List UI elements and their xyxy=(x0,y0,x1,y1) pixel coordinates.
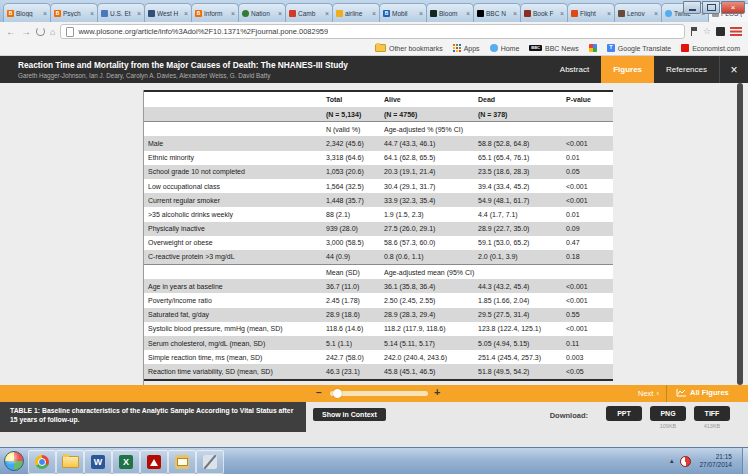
browser-tab[interactable]: U.S. Et× xyxy=(97,3,145,22)
table-cell: 1,448 (35.7) xyxy=(326,197,384,204)
table-cell: (N = 5,134) xyxy=(326,111,384,118)
browser-tab[interactable]: BPsych× xyxy=(50,3,98,22)
tab-close-icon[interactable]: × xyxy=(466,10,470,17)
download-tiff-button[interactable]: TIFF xyxy=(694,406,730,421)
twitter-favicon xyxy=(665,10,672,17)
bookmark-item[interactable]: Home xyxy=(490,44,520,52)
tab-title: Psych xyxy=(63,10,88,17)
tab-close-icon[interactable]: × xyxy=(419,10,423,17)
other-bookmarks[interactable]: Other bookmarks xyxy=(375,44,443,52)
tab-figures[interactable]: Figures xyxy=(601,56,654,83)
table-cell: 0.47 xyxy=(566,239,613,246)
zoom-in-icon[interactable]: + xyxy=(434,387,440,398)
viewer-scrollbar[interactable] xyxy=(737,83,743,385)
table-cell: 0.01 xyxy=(566,154,613,161)
tab-close-icon[interactable]: × xyxy=(231,10,235,17)
bookmark-item[interactable]: Apps xyxy=(453,44,480,52)
tab-close-icon[interactable]: × xyxy=(184,10,188,17)
home-icon[interactable]: ⌂ xyxy=(50,27,55,37)
browser-tab[interactable]: BMobil× xyxy=(379,3,427,22)
next-figure-button[interactable]: Next › xyxy=(638,389,659,398)
bbc-icon: BBC xyxy=(529,45,542,51)
tab-abstract[interactable]: Abstract xyxy=(548,56,601,83)
apps-grid-icon xyxy=(453,44,455,46)
zoom-out-icon[interactable]: − xyxy=(316,388,322,398)
browser-tab[interactable]: BInform× xyxy=(191,3,239,22)
download-png-button[interactable]: PNG xyxy=(650,406,686,421)
taskbar-excel-button[interactable]: X xyxy=(112,450,140,474)
minimize-button[interactable] xyxy=(683,1,701,14)
browser-tab[interactable]: Flight× xyxy=(567,3,615,22)
back-icon[interactable]: ← xyxy=(6,27,16,37)
bookmark-item[interactable]: TGoogle Translate xyxy=(607,44,671,52)
table-cell: Overweight or obese xyxy=(144,239,326,246)
table-cell: 118.6 (14.6) xyxy=(326,325,384,332)
extension-icon[interactable] xyxy=(716,27,725,36)
address-bar[interactable]: www.plosone.org/article/info%3Adoi%2F10.… xyxy=(60,24,684,39)
article-authors: Gareth Hagger-Johnson, Ian J. Deary, Car… xyxy=(18,72,348,79)
forward-icon[interactable]: → xyxy=(21,27,31,37)
bookmark-item[interactable] xyxy=(589,44,597,52)
bookmark-item[interactable]: BBCBBC News xyxy=(529,45,579,52)
table-cell: Age-adjusted % (95% CI) xyxy=(384,126,478,133)
browser-tab[interactable]: airline× xyxy=(332,3,380,22)
table-cell: 59.1 (53.0, 65.2) xyxy=(478,239,566,246)
browser-tab[interactable]: BBC N× xyxy=(473,3,521,22)
table-cell: 0.55 xyxy=(566,311,613,318)
tray-expand-icon[interactable]: ▴ xyxy=(670,457,674,465)
adobe-triangle xyxy=(150,459,158,466)
browser-tab[interactable]: West H× xyxy=(144,3,192,22)
tab-close-icon[interactable]: × xyxy=(372,10,376,17)
tab-title: U.S. Et xyxy=(110,10,135,17)
tab-close-icon[interactable]: × xyxy=(43,10,47,17)
tab-close-icon[interactable]: × xyxy=(560,10,564,17)
figure-caption-bar: TABLE 1: Baseline characteristics of the… xyxy=(0,402,748,447)
chrome-menu-icon[interactable] xyxy=(730,27,742,36)
table-cell: 1.85 (1.66, 2.04) xyxy=(478,297,566,304)
tab-close-icon[interactable]: × xyxy=(654,10,658,17)
url-text[interactable]: www.plosone.org/article/info%3Adoi%2F10.… xyxy=(78,27,328,36)
browser-tab[interactable]: Bloom× xyxy=(426,3,474,22)
download-ppt-button[interactable]: PPT xyxy=(606,406,642,421)
start-button[interactable] xyxy=(4,451,24,471)
tab-close-icon[interactable]: × xyxy=(325,10,329,17)
taskbar-chrome-button[interactable] xyxy=(28,450,56,474)
bookmark-star-icon[interactable]: ☆ xyxy=(703,27,711,36)
browser-tab[interactable]: Lenov× xyxy=(614,3,662,22)
taskbar-clock[interactable]: 21:15 27/07/2014 xyxy=(699,453,732,469)
tab-references[interactable]: References xyxy=(654,56,719,83)
blogger-icon: B xyxy=(7,10,14,17)
taskbar-explorer-button[interactable] xyxy=(56,450,84,474)
download-group: PPT xyxy=(606,406,642,429)
tab-close-icon[interactable]: × xyxy=(278,10,282,17)
tray-status-icon[interactable] xyxy=(680,456,691,467)
show-desktop-button[interactable] xyxy=(742,448,748,474)
bookmark-item[interactable]: Economist.com xyxy=(681,44,740,52)
zoom-slider-handle[interactable] xyxy=(333,389,342,398)
flag-icon[interactable] xyxy=(690,27,698,36)
all-figures-button[interactable]: All Figures xyxy=(676,388,729,397)
taskbar-notes-button[interactable] xyxy=(196,450,224,474)
table-row: N (valid %)Age-adjusted % (95% CI) xyxy=(144,122,613,136)
table-cell: <0.001 xyxy=(566,140,613,147)
taskbar-pdf-button[interactable] xyxy=(140,450,168,474)
maximize-button[interactable] xyxy=(702,1,720,14)
table-cell: 23.5 (18.6, 28.3) xyxy=(478,168,566,175)
taskbar-word-button[interactable]: W xyxy=(84,450,112,474)
tab-close-icon[interactable]: × xyxy=(90,10,94,17)
browser-tab[interactable]: Camb× xyxy=(285,3,333,22)
close-window-button[interactable]: × xyxy=(721,1,745,14)
table-cell: 2.0 (0.1, 3.9) xyxy=(478,253,566,260)
tab-close-icon[interactable]: × xyxy=(137,10,141,17)
show-in-context-button[interactable]: Show in Context xyxy=(313,408,386,421)
tab-close-icon[interactable]: × xyxy=(513,10,517,17)
zoom-slider[interactable] xyxy=(330,391,428,396)
browser-tab[interactable]: Nation× xyxy=(238,3,286,22)
browser-tab[interactable]: Book F× xyxy=(520,3,568,22)
reload-icon[interactable] xyxy=(36,27,45,36)
viewer-close-icon[interactable]: × xyxy=(719,56,748,83)
table-row: Overweight or obese3,000 (58.5)58.6 (57.… xyxy=(144,236,613,250)
browser-tab[interactable]: BBlogg× xyxy=(3,3,51,22)
tab-close-icon[interactable]: × xyxy=(607,10,611,17)
taskbar-mail-button[interactable] xyxy=(168,450,196,474)
